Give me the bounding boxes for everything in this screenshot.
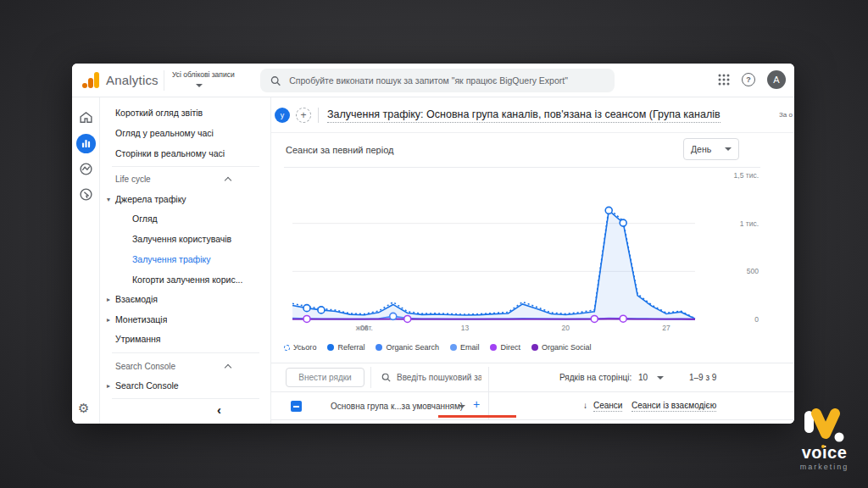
page-title[interactable]: Залучення трафіку: Основна група каналів…: [327, 108, 721, 123]
sidebar-item-realtime-pages[interactable]: Сторінки в реальному часі: [100, 143, 271, 164]
sort-desc-icon[interactable]: ↓: [583, 401, 587, 410]
legend-dot-dashed: [284, 345, 290, 351]
sidebar-divider: [112, 398, 259, 399]
chevron-up-icon: [225, 364, 231, 371]
chart-title: Сеанси за певний період: [286, 145, 393, 155]
legend-dot: [450, 344, 457, 351]
caret-collapsed-icon: ▸: [107, 296, 110, 303]
sidebar-divider: [112, 352, 259, 353]
help-icon[interactable]: ?: [742, 73, 755, 86]
home-icon[interactable]: [79, 110, 94, 125]
legend-direct[interactable]: Direct: [490, 343, 520, 352]
add-comparison-button[interactable]: +: [296, 108, 311, 123]
header-divider: [318, 108, 319, 123]
main-content: у + Залучення трафіку: Основна група кан…: [271, 97, 794, 424]
sidebar-item-retention[interactable]: Утримання: [100, 329, 271, 349]
sidebar-item-traffic-acquisition[interactable]: Залучення трафіку: [100, 249, 271, 269]
i-dot: [821, 445, 825, 448]
search-icon: [270, 75, 281, 86]
sidebar-item-engagement[interactable]: ▸Взаємодія: [100, 289, 271, 309]
sidebar-item-acquisition[interactable]: ▾ Джерела трафіку: [100, 189, 271, 209]
report-sidebar: Короткий огляд звітів Огляд у реальному …: [100, 97, 271, 424]
voice-logo-icon: [799, 408, 850, 444]
avatar[interactable]: A: [767, 70, 786, 89]
table-search[interactable]: [381, 368, 483, 387]
caret-collapsed-icon: ▸: [107, 316, 110, 324]
column-header-engaged-sessions[interactable]: Сеанси із взаємодією: [632, 401, 716, 412]
y-axis-ticks: 05001 тис.1,5 тис.: [687, 97, 759, 335]
sidebar-divider: [112, 166, 259, 167]
annotation-red-underline: [438, 415, 516, 418]
import-rows-button[interactable]: Внести рядки: [286, 368, 364, 387]
logo-bar-short: [88, 78, 93, 88]
watermark-sub: marketing: [788, 463, 860, 471]
topbar-divider: [164, 70, 164, 91]
admin-gear-icon[interactable]: ⚙: [78, 401, 89, 416]
chevron-down-icon[interactable]: [459, 405, 465, 408]
chevron-down-icon[interactable]: [657, 376, 664, 380]
account-switcher-label: Усі облікові записи: [172, 70, 235, 79]
sidebar-section-search-console[interactable]: Search Console: [100, 356, 271, 376]
rows-per-page-value[interactable]: 10: [638, 373, 648, 382]
logo-bar-tall: [94, 72, 99, 88]
watermark-brand: voice: [788, 444, 860, 461]
legend-total[interactable]: Усього: [284, 343, 316, 352]
search-icon: [381, 373, 391, 382]
sidebar-item-user-acquisition[interactable]: Залучення користувачів: [100, 229, 271, 249]
sessions-line-chart[interactable]: [292, 175, 695, 321]
select-all-checkbox[interactable]: [291, 401, 302, 412]
controls-divider: [370, 367, 371, 388]
voice-marketing-watermark: voice marketing: [788, 408, 860, 471]
pagination-label: 1–9 з 9: [689, 373, 716, 382]
table-controls: Внести рядки Рядків на сторінці: 10 1–9 …: [271, 363, 794, 391]
brand-title: Analytics: [106, 73, 159, 87]
analytics-logo-icon[interactable]: [82, 72, 101, 89]
nav-rail: ⚙: [72, 97, 100, 424]
comparison-chip[interactable]: у: [275, 108, 290, 123]
sidebar-item-search-console[interactable]: ▸Search Console: [100, 375, 271, 396]
caret-collapsed-icon: ▸: [107, 382, 110, 390]
explore-icon[interactable]: [79, 162, 94, 177]
caret-expanded-icon: ▾: [107, 196, 110, 203]
sidebar-item-snapshot[interactable]: Короткий огляд звітів: [100, 103, 271, 123]
table-search-input[interactable]: [397, 373, 481, 382]
sidebar-item-cohorts[interactable]: Когорти залучення корис...: [100, 269, 271, 290]
rows-per-page-label: Рядків на сторінці:: [559, 373, 632, 382]
chevron-down-icon: [196, 84, 203, 87]
add-dimension-button[interactable]: +: [473, 397, 480, 411]
reports-icon[interactable]: [76, 134, 96, 153]
legend-dot: [327, 344, 334, 351]
apps-grid-icon[interactable]: [718, 74, 730, 86]
legend-dot: [531, 344, 538, 351]
account-switcher[interactable]: Усі облікові записи: [172, 70, 248, 79]
chevron-up-icon: [225, 177, 231, 184]
column-header-sessions[interactable]: Сеанси: [593, 401, 622, 412]
topbar-actions: ? A: [718, 70, 786, 89]
sidebar-item-realtime[interactable]: Огляд у реальному часі: [100, 123, 271, 143]
logo-dot: [82, 83, 87, 88]
table-header-row: Основна група к...за умовчанням) + ↓ Сеа…: [271, 391, 794, 420]
analytics-window: Analytics Усі облікові записи ? A: [72, 64, 794, 424]
legend-dot: [376, 344, 382, 351]
global-search[interactable]: [260, 69, 615, 92]
dimension-dropdown[interactable]: Основна група к...за умовчанням): [331, 402, 463, 411]
sidebar-section-lifecycle[interactable]: Life cycle: [100, 169, 271, 189]
topbar: Analytics Усі облікові записи ? A: [72, 64, 794, 97]
x-axis-ticks: 06жовт.132027: [292, 324, 695, 343]
sidebar-item-monetization[interactable]: ▸Монетизація: [100, 309, 271, 330]
legend-organic-search[interactable]: Organic Search: [376, 343, 439, 352]
legend-email[interactable]: Email: [450, 343, 480, 352]
indeterminate-mark: [293, 406, 299, 408]
chart-legend: Усього Referral Organic Search Email Dir…: [284, 343, 592, 352]
legend-dot: [490, 344, 497, 351]
sidebar-collapse-button[interactable]: ‹: [217, 402, 221, 417]
date-range-label[interactable]: За о: [779, 111, 793, 119]
legend-organic-social[interactable]: Organic Social: [531, 343, 592, 352]
global-search-input[interactable]: [289, 75, 604, 86]
sidebar-item-overview[interactable]: Огляд: [100, 208, 271, 229]
legend-referral[interactable]: Referral: [327, 343, 364, 352]
advertising-icon[interactable]: [79, 187, 94, 202]
